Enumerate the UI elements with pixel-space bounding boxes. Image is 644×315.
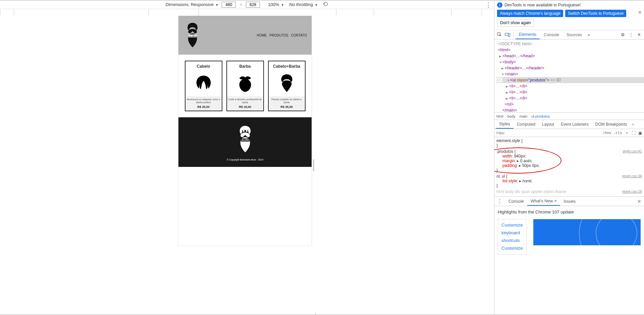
nav-home[interactable]: HOME (257, 34, 267, 37)
kebab-icon[interactable]: ⋮ (627, 32, 635, 37)
svg-point-4 (243, 130, 244, 132)
crumb-body[interactable]: body (507, 114, 516, 118)
tab-event-listeners[interactable]: Event Listeners (557, 120, 592, 129)
device-area: ALURA HOME PRODUTOS CONTATO Cabelo Na te… (0, 16, 494, 315)
box-icon[interactable]: ▣ (638, 131, 642, 135)
dom-tree[interactable]: <!DOCTYPE html> <html> ▶<head>…</head> ▼… (494, 40, 644, 113)
close-icon[interactable]: ✕ (635, 199, 644, 204)
info-icon: i (497, 2, 502, 8)
zoom-dropdown[interactable]: 100% ▼ (268, 2, 284, 7)
dimension-separator: × (240, 3, 242, 6)
whatsnew-graphic (533, 219, 641, 245)
switch-language-button[interactable]: Switch DevTools to Portuguese (565, 10, 626, 17)
product-card: Barba Corte e desenho profissional de ba… (226, 61, 264, 111)
inspect-icon[interactable] (496, 32, 503, 37)
tab-elements[interactable]: Elements (516, 30, 540, 39)
product-title: Barba (227, 64, 263, 69)
tab-styles[interactable]: Styles (496, 120, 514, 129)
crumb-main[interactable]: main (520, 114, 528, 118)
product-price: R$ 35,00 (270, 105, 304, 109)
product-title: Cabelo (185, 64, 222, 69)
tab-layout[interactable]: Layout (539, 120, 557, 129)
source-link[interactable]: reset.css:18 (622, 189, 642, 193)
whatsnew-card[interactable]: Customize keyboard shortcuts Customize (498, 219, 527, 255)
resize-handle-right[interactable] (312, 16, 316, 315)
drawer-tab-issues[interactable]: Issues (560, 197, 579, 206)
height-input[interactable] (246, 2, 260, 8)
styles-tabs: Styles Computed Layout Event Listeners D… (494, 120, 644, 129)
close-icon[interactable]: ✕ (636, 32, 643, 37)
tab-console[interactable]: Console (540, 30, 562, 39)
beard-icon (227, 71, 263, 96)
close-icon[interactable]: ✕ (638, 10, 642, 15)
drawer-body: Highlights from the Chrome 107 update Cu… (494, 206, 644, 315)
svg-rect-10 (508, 34, 510, 37)
match-language-button[interactable]: Always match Chrome's language (497, 10, 563, 17)
product-desc: Na tesoura ou máquina, como o cliente pr… (187, 98, 220, 104)
product-title: Cabelo+Barba (269, 64, 305, 69)
footer-logo: ALURA (178, 124, 312, 155)
nav-produtos[interactable]: PRODUTOS (269, 34, 288, 37)
close-icon[interactable]: ✕ (554, 199, 557, 203)
chevron-down-icon: ▼ (315, 3, 318, 7)
plus-icon[interactable]: ＋ (625, 130, 629, 136)
nav: HOME PRODUTOS CONTATO (257, 34, 307, 37)
device-toggle-icon[interactable] (504, 33, 511, 37)
combo-icon (269, 71, 305, 96)
products-list: Cabelo Na tesoura ou máquina, como o cli… (178, 55, 312, 117)
product-desc: Pacote completo de cabelo e barba (270, 98, 304, 104)
chevron-right-icon[interactable]: » (631, 122, 636, 127)
tab-computed[interactable]: Computed (514, 120, 539, 129)
product-card: Cabelo Na tesoura ou máquina, como o cli… (185, 61, 222, 111)
page-footer: ALURA © Copyright Barbearia Alura - 2019 (178, 117, 312, 167)
crumb-ul[interactable]: ul.produtos (531, 114, 549, 118)
svg-text:ALURA: ALURA (241, 139, 249, 141)
device-pane: Dimensions: Responsive ▼ × 100% ▼ No thr… (0, 0, 494, 315)
copyright-text: © Copyright Barbearia Alura - 2019 (178, 159, 312, 161)
drawer-tab-console[interactable]: Console (505, 197, 527, 206)
chevron-down-icon: ▼ (215, 3, 218, 7)
svg-text:ALURA: ALURA (189, 35, 196, 37)
device-toolbar: Dimensions: Responsive ▼ × 100% ▼ No thr… (0, 0, 494, 9)
drawer-tab-whatsnew[interactable]: What's New✕ (527, 197, 560, 206)
tab-dom-breakpoints[interactable]: DOM Breakpoints (592, 120, 631, 129)
width-input[interactable] (222, 2, 236, 8)
device-icon[interactable]: ⛶ (632, 131, 636, 135)
source-link[interactable]: style.css:41 (623, 149, 642, 153)
rendered-page: ALURA HOME PRODUTOS CONTATO Cabelo Na te… (178, 16, 312, 246)
resize-handle-corner[interactable] (312, 311, 317, 315)
gear-icon[interactable]: ⚙ (619, 32, 627, 37)
devtools-tabs: Elements Console Sources » ⚙ ⋮ ✕ (494, 30, 644, 40)
crumb-html[interactable]: html (496, 114, 503, 118)
whatsnew-title: Highlights from the Chrome 107 update (498, 209, 641, 214)
logo: ALURA (183, 18, 202, 52)
dimensions-dropdown[interactable]: Dimensions: Responsive ▼ (166, 2, 219, 7)
tab-sources[interactable]: Sources (563, 30, 585, 39)
cls-toggle[interactable]: .cls (613, 131, 623, 135)
kebab-icon[interactable]: ⋮ (485, 1, 491, 9)
chevron-down-icon: ▼ (281, 3, 284, 7)
styles-filter-row: :hov .cls ＋ ⛶ ▣ (494, 129, 644, 137)
infobar: i DevTools is now available in Portugues… (494, 0, 644, 30)
svg-rect-9 (505, 33, 508, 35)
page-header: ALURA HOME PRODUTOS CONTATO (178, 16, 312, 55)
product-price: R$ 18,00 (228, 105, 262, 109)
dont-show-button[interactable]: Don't show again (497, 19, 534, 26)
drawer-tabs: ⋮ Console What's New✕ Issues ✕ (494, 197, 644, 206)
hov-toggle[interactable]: :hov (602, 131, 611, 135)
product-card: Cabelo+Barba Pacote completo de cabelo e… (268, 61, 306, 111)
infobar-message: DevTools is now available in Portuguese! (504, 3, 581, 7)
hair-icon (185, 71, 222, 96)
rotate-icon[interactable] (321, 1, 328, 8)
source-link[interactable]: reset.css:34 (622, 174, 642, 178)
breadcrumb[interactable]: html body main ul.produtos (494, 113, 644, 120)
device-ruler[interactable] (0, 9, 494, 16)
chevron-right-icon[interactable]: » (586, 32, 592, 37)
kebab-icon[interactable]: ⋮ (494, 198, 505, 204)
svg-point-5 (246, 130, 247, 132)
nav-contato[interactable]: CONTATO (291, 34, 307, 37)
filter-input[interactable] (496, 131, 600, 135)
styles-pane[interactable]: element.style { } style.css:41 .produtos… (494, 137, 644, 197)
throttling-dropdown[interactable]: No throttling ▼ (289, 2, 318, 7)
product-desc: Corte e desenho profissional de barba (228, 98, 262, 104)
